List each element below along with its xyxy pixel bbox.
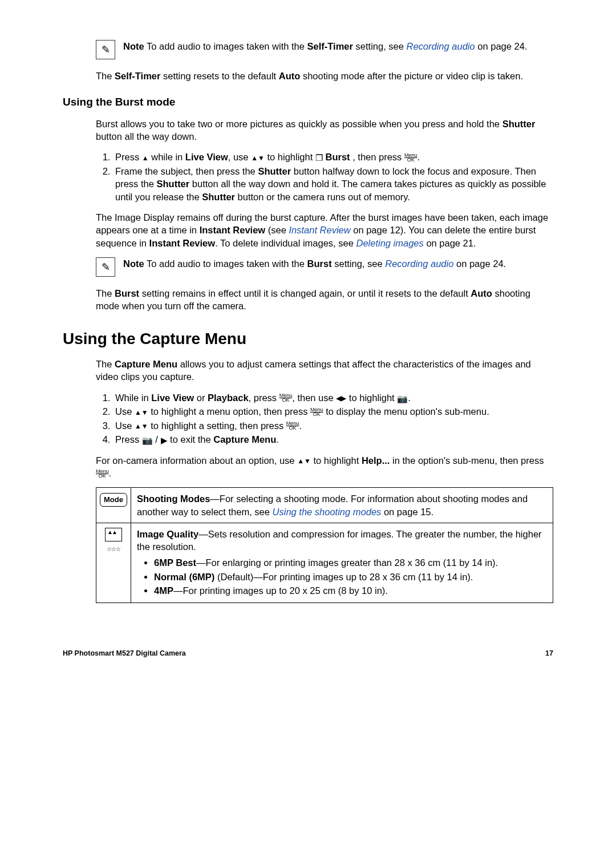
link-recording-audio[interactable]: Recording audio: [407, 41, 475, 51]
table-row: Mode Shooting Modes—For selecting a shoo…: [96, 488, 553, 523]
heading-burst-mode: Using the Burst mode: [63, 95, 553, 110]
menu-ok-icon: MenuOK: [286, 421, 299, 430]
para-burst-remain: The Burst setting remains in effect unti…: [96, 287, 553, 313]
note-icon: ✎: [96, 257, 115, 277]
link-instant-review[interactable]: Instant Review: [289, 225, 350, 235]
para-capture-intro: The Capture Menu allows you to adjust ca…: [96, 358, 553, 383]
menu-ok-icon: MenuOK: [404, 153, 418, 162]
image-quality-icon: [105, 528, 122, 541]
image-quality-icon-cell: ☆☆☆: [96, 523, 131, 603]
camera-icon: 📷: [142, 435, 153, 444]
up-down-arrow-icon: ▲▼: [297, 458, 311, 464]
note-label: Note: [123, 258, 144, 269]
para-burst-intro: Burst allows you to take two or more pic…: [96, 118, 553, 143]
menu-ok-icon: MenuOK: [279, 393, 293, 402]
link-shooting-modes[interactable]: Using the shooting modes: [273, 507, 382, 517]
table-row: ☆☆☆ Image Quality—Sets resolution and co…: [96, 523, 553, 603]
link-recording-audio[interactable]: Recording audio: [385, 258, 453, 269]
capture-step-4: Press 📷 / ▶ to exit the Capture Menu.: [113, 433, 553, 446]
page-number: 17: [545, 649, 553, 658]
up-arrow-icon: ▲: [142, 155, 149, 161]
capture-step-2: Use ▲▼ to highlight a menu option, then …: [113, 405, 553, 418]
stars-icon: ☆☆☆: [99, 545, 128, 553]
heading-capture-menu: Using the Capture Menu: [63, 328, 553, 350]
note-label: Note: [123, 41, 144, 51]
left-right-arrow-icon: ◀▶: [336, 395, 346, 402]
burst-step-1: Press ▲ while in Live View, use ▲▼ to hi…: [113, 151, 553, 164]
footer-product: HP Photosmart M527 Digital Camera: [63, 649, 186, 658]
burst-steps-list: Press ▲ while in Live View, use ▲▼ to hi…: [96, 151, 553, 203]
up-down-arrow-icon: ▲▼: [135, 423, 148, 430]
burst-icon: ❐: [315, 153, 323, 163]
menu-ok-icon: MenuOK: [310, 407, 323, 417]
mode-chip-icon: Mode: [100, 493, 127, 507]
note-burst-audio: ✎ Note To add audio to images taken with…: [96, 257, 553, 277]
capture-step-1: While in Live View or Playback, press Me…: [113, 391, 553, 405]
playback-icon: ▶: [161, 435, 168, 444]
capture-menu-table: Mode Shooting Modes—For selecting a shoo…: [96, 487, 553, 603]
note-selftimer-audio: ✎ Note To add audio to images taken with…: [96, 40, 553, 59]
page-footer: HP Photosmart M527 Digital Camera 17: [63, 649, 553, 658]
para-oncamera-help: For on-camera information about an optio…: [96, 454, 553, 480]
mode-icon-cell: Mode: [96, 488, 131, 523]
note-icon: ✎: [96, 40, 115, 59]
list-item: 4MP—For printing images up to 20 x 25 cm…: [154, 584, 547, 597]
menu-ok-icon: MenuOK: [96, 469, 109, 478]
image-quality-desc: Image Quality—Sets resolution and compre…: [131, 523, 553, 603]
list-item: 6MP Best—For enlarging or printing image…: [154, 556, 547, 569]
para-selftimer-reset: The Self-Timer setting resets to the def…: [96, 70, 553, 82]
link-deleting-images[interactable]: Deleting images: [356, 238, 423, 248]
capture-steps-list: While in Live View or Playback, press Me…: [96, 391, 553, 446]
capture-step-3: Use ▲▼ to highlight a setting, then pres…: [113, 419, 553, 432]
shooting-modes-desc: Shooting Modes—For selecting a shooting …: [131, 488, 553, 523]
list-item: Normal (6MP) (Default)—For printing imag…: [154, 571, 547, 583]
para-burst-display: The Image Display remains off during the…: [96, 211, 553, 249]
up-down-arrow-icon: ▲▼: [251, 155, 265, 161]
up-down-arrow-icon: ▲▼: [135, 409, 148, 416]
burst-step-2: Frame the subject, then press the Shutte…: [113, 165, 553, 203]
image-quality-options: 6MP Best—For enlarging or printing image…: [147, 556, 547, 597]
camera-icon: 📷: [397, 393, 408, 403]
